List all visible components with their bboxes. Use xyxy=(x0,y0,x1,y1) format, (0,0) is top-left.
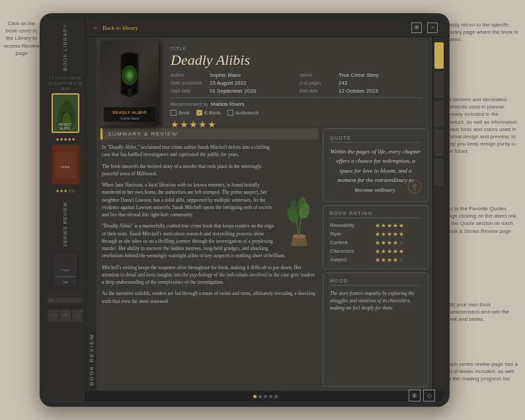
book-info-panel: TITLE Deadly Alibis Author Sophie Blake … xyxy=(164,41,428,126)
svg-text:Author: Author xyxy=(60,269,70,272)
author-value: Sophie Blake xyxy=(210,72,241,78)
book-title: Deadly Alibis xyxy=(171,52,422,68)
content-area: DEADLY ALIBIS Sophie Blake TITLE Deadly … xyxy=(97,37,432,391)
back-button[interactable]: ← Back to library xyxy=(93,24,138,32)
rating-section: Book Rating Readability ★★★★★ Style ★★★★… xyxy=(323,205,428,269)
svg-point-26 xyxy=(413,189,416,192)
pages-label: # of pages xyxy=(300,81,336,85)
book-thumb-2[interactable]: TITLE xyxy=(52,145,79,185)
book-thumb-1[interactable]: DEADLY ALIBIS xyxy=(52,93,79,133)
book-thumb-1-title: DEADLY ALIBIS xyxy=(53,123,78,130)
plant-decoration xyxy=(281,196,317,248)
svg-text:Title: Title xyxy=(63,280,68,284)
quote-header: Quote xyxy=(330,136,421,143)
author-label: Author xyxy=(171,73,207,77)
tab-4[interactable] xyxy=(434,130,444,156)
format-book-label: Book xyxy=(179,110,190,116)
start-row: Start date 01 September 2023 xyxy=(171,88,293,94)
page-dot-5[interactable] xyxy=(274,395,278,398)
rating-characters: Characters ★★★★★ xyxy=(330,248,421,255)
review-para-1: In "Deadly Alibis," acclaimed true crime… xyxy=(102,144,317,159)
format-ebook-label: E-Book xyxy=(204,110,221,116)
format-row: Book ✓ E-Book Audiobook xyxy=(171,110,422,116)
svg-point-14 xyxy=(127,72,132,79)
menu-icon[interactable]: ≡ xyxy=(427,22,438,33)
review-para-2: The book unravels the twisted story of a… xyxy=(102,163,317,178)
tab-2[interactable] xyxy=(434,71,444,98)
library-numbers: 12345 678910 2223242526 27282930 xyxy=(48,76,83,91)
tab-3[interactable] xyxy=(434,101,444,127)
date-pub-label: Date published xyxy=(171,81,207,85)
bookmark-icon[interactable]: ⊞ xyxy=(411,22,422,33)
start-label: Start date xyxy=(171,89,207,93)
page-dot-1[interactable] xyxy=(253,395,257,398)
checkbox-ebook[interactable]: ✓ xyxy=(196,110,202,116)
style-stars: ★★★★★ xyxy=(375,231,405,237)
series-info: No. 100% 30% 0% xyxy=(48,298,83,321)
info-grid: Author Sophie Blake Genre True Crime Sto… xyxy=(171,72,422,94)
book-thumb-2-stars: ★★★☆☆ xyxy=(56,189,75,194)
svg-rect-16 xyxy=(128,89,132,97)
checkbox-book[interactable] xyxy=(171,110,177,116)
annotation-right-5: Each series review page has a list of bo… xyxy=(446,360,518,383)
tab-review[interactable] xyxy=(434,42,444,69)
tag-icon[interactable]: ◇ xyxy=(423,390,435,401)
date-pub-value: 23 August 2022 xyxy=(210,80,247,86)
main-content: ← Back to library ⊞ ≡ Book review xyxy=(86,19,444,401)
book-cover-main: DEADLY ALIBIS Sophie Blake xyxy=(101,41,159,126)
series-label: Series review xyxy=(63,202,67,247)
corner-icons: ⊕ ◇ xyxy=(409,390,435,401)
back-button-label: Back to library xyxy=(102,24,138,31)
svg-text:TITLE: TITLE xyxy=(61,165,70,169)
tablet-frame: Book library 12345 678910 2223242526 272… xyxy=(40,13,450,407)
readability-stars: ★★★★★ xyxy=(375,222,405,229)
style-label: Style xyxy=(330,231,370,237)
annotation-right-3: Go to the Favorite Quotes page clicking … xyxy=(446,205,518,235)
pages-value: 242 xyxy=(339,80,347,86)
format-book[interactable]: Book xyxy=(171,110,190,116)
end-label: End date xyxy=(300,89,336,93)
svg-text:Sophie Blake: Sophie Blake xyxy=(120,116,140,120)
end-value: 12 October 2023 xyxy=(339,88,378,94)
back-arrow-icon: ← xyxy=(93,24,100,32)
rating-header: Book Rating xyxy=(330,211,421,218)
annotation-right-2-text: All stickers and decorative elements use… xyxy=(446,97,517,154)
right-panel: Quote Within the pages of life, every ch… xyxy=(323,128,428,387)
content-label: Content xyxy=(330,239,370,245)
book-review-vert-label: Book review xyxy=(86,37,97,391)
title-label: TITLE xyxy=(171,46,422,51)
tab-5[interactable] xyxy=(434,159,444,185)
book-thumb-3[interactable]: Author Title xyxy=(52,250,79,290)
characters-stars: ★★★★★ xyxy=(375,248,405,255)
summary-section: Summary & Review xyxy=(101,128,319,387)
format-ebook[interactable]: ✓ E-Book xyxy=(196,110,221,116)
page-dot-3[interactable] xyxy=(264,395,267,398)
start-value: 01 September 2023 xyxy=(210,88,256,94)
page-dot-2[interactable] xyxy=(259,395,262,398)
top-bar: ← Back to library ⊞ ≡ xyxy=(86,19,444,37)
annotation-right-5-text: Each series review page has a list of bo… xyxy=(446,361,518,382)
review-para-5: Mitchell's writing keeps the suspense al… xyxy=(102,264,317,286)
recommended-row: Recommended by Matilda Rivers xyxy=(171,101,422,107)
page-nav xyxy=(86,391,444,401)
format-audio[interactable]: Audiobook xyxy=(227,110,259,116)
book-thumb-1-stars: ★★★★★ xyxy=(56,137,75,142)
date-pub-row: Date published 23 August 2022 xyxy=(171,80,293,86)
annotation-right-2: All stickers and decorative elements use… xyxy=(446,96,518,155)
annotation-right-4: Add your own book characteristics and ra… xyxy=(446,301,518,323)
annotation-left-text: Click on the book cover in the Library t… xyxy=(4,21,39,56)
right-tabs xyxy=(432,37,444,391)
characters-label: Characters xyxy=(330,248,370,254)
rating-subject: Subject ★★★★★ xyxy=(330,257,421,263)
mood-section: Mood The story fosters empathy by explor… xyxy=(323,273,428,387)
header-row: DEADLY ALIBIS Sophie Blake TITLE Deadly … xyxy=(101,41,428,126)
page-dot-4[interactable] xyxy=(269,395,272,398)
settings-icon[interactable]: ⊕ xyxy=(409,390,421,401)
format-audio-label: Audiobook xyxy=(235,110,259,116)
top-bar-icons: ⊞ ≡ xyxy=(411,22,438,33)
annotation-right-1: Easily return to the specific Library pa… xyxy=(446,21,518,44)
annotation-right-1-text: Easily return to the specific Library pa… xyxy=(446,22,518,42)
checkbox-audio[interactable] xyxy=(227,110,233,116)
content-stars: ★★★★★ xyxy=(375,239,405,246)
genre-label: Genre xyxy=(300,73,336,77)
